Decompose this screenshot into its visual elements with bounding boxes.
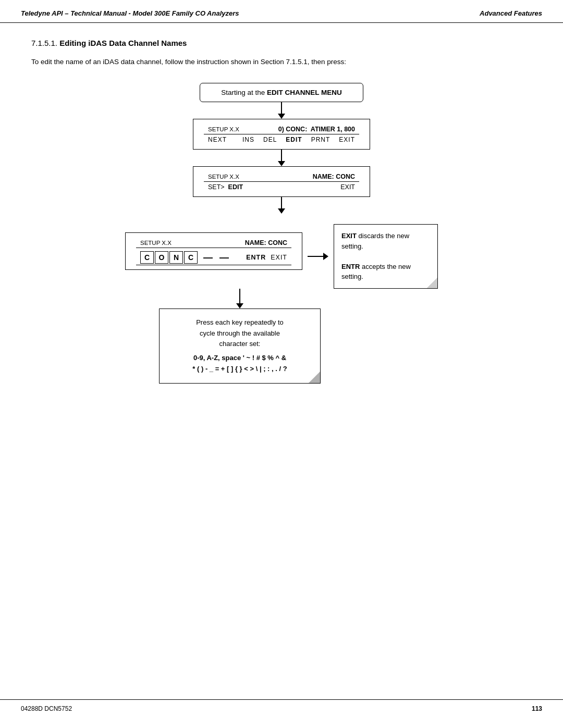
char-C2: C: [184, 251, 198, 264]
press-line1: Press each key repeatedly to: [170, 317, 310, 328]
box2-exit: EXIT: [340, 183, 355, 191]
footer-left: 04288D DCN5752: [21, 705, 72, 712]
section-title: Editing iDAS Data Channel Names: [59, 39, 187, 47]
box3-name: NAME: CONC: [245, 239, 287, 246]
box1-edit: EDIT: [286, 136, 302, 143]
box1-bottom-row: NEXT INS DEL EDIT PRNT EXIT: [204, 134, 359, 145]
bottom-box-dog-ear-icon: [309, 372, 320, 383]
arrow-right: [308, 253, 328, 260]
box3-row: SETUP X.X NAME: CONC C O N C — — ENTR EX…: [31, 214, 532, 289]
char-end-btns: ENTR EXIT: [237, 254, 287, 261]
header-section: Advanced Features: [480, 9, 542, 17]
arrow-2: [278, 150, 285, 166]
box2-top-row: SETUP X.X NAME: CONC: [204, 171, 359, 182]
char-N: N: [169, 251, 183, 264]
arrow-1: [278, 102, 285, 119]
char-O: O: [155, 251, 168, 264]
box2-setup: SETUP X.X: [208, 174, 239, 180]
section-number: 7.1.5.1.: [31, 39, 57, 47]
menu-box-3: SETUP X.X NAME: CONC C O N C — — ENTR EX…: [125, 232, 302, 270]
page-footer: 04288D DCN5752 113: [0, 699, 563, 718]
press-line3: character set:: [170, 339, 310, 350]
box1-prnt: PRNT: [311, 136, 331, 143]
press-line4: 0-9, A-Z, space ' ~ ! # $ % ^ &: [170, 353, 310, 364]
arrow-3: [278, 197, 285, 214]
char-dash1: —: [201, 252, 213, 263]
menu-box-2: SETUP X.X NAME: CONC SET> EDIT EXIT: [193, 166, 370, 197]
page-header: Teledyne API – Technical Manual - Model …: [0, 0, 563, 23]
box3-top-row: SETUP X.X NAME: CONC: [136, 237, 291, 248]
box1-exit: EXIT: [339, 136, 355, 143]
box1-del: DEL: [263, 136, 277, 143]
exit-note: EXIT discards the new setting.: [341, 231, 430, 251]
box3-char-row: C O N C — — ENTR EXIT: [136, 248, 291, 265]
right-note-box: EXIT discards the new setting. ENTR acce…: [334, 224, 438, 289]
press-key-box: Press each key repeatedly to cycle throu…: [159, 309, 321, 384]
menu-box-1: SETUP X.X 0) CONC: ATIMER 1, 800 NEXT IN…: [193, 119, 370, 150]
press-line5: * ( ) - _ = + [ ] { } < > \ | ; : , . / …: [170, 364, 310, 375]
box3-setup: SETUP X.X: [140, 240, 172, 246]
box1-next: NEXT: [208, 136, 227, 143]
arrow-4: [236, 289, 243, 309]
entr-note: ENTR accepts the new setting.: [341, 262, 430, 282]
start-box: Starting at the EDIT CHANNEL MENU: [200, 83, 363, 102]
header-title: Teledyne API – Technical Manual - Model …: [21, 9, 239, 17]
box1-setup: SETUP X.X: [208, 126, 239, 132]
section-heading: 7.1.5.1. Editing iDAS Data Channel Names: [31, 39, 532, 47]
char-C1: C: [140, 251, 154, 264]
box1-ins: INS: [236, 136, 254, 143]
main-content: 7.1.5.1. Editing iDAS Data Channel Names…: [0, 23, 563, 415]
box2-set-edit: SET> EDIT: [208, 183, 243, 191]
footer-right: 113: [532, 705, 542, 712]
box2-name: NAME: CONC: [313, 173, 355, 180]
char-dash2: —: [217, 252, 229, 263]
dog-ear-icon: [427, 278, 437, 288]
press-line2: cycle through the available: [170, 328, 310, 339]
box2-bottom-row: SET> EDIT EXIT: [204, 182, 359, 192]
box1-value: 0) CONC: ATIMER 1, 800: [278, 126, 355, 133]
intro-paragraph: To edit the name of an iDAS data channel…: [31, 57, 532, 67]
flowchart: Starting at the EDIT CHANNEL MENU SETUP …: [31, 83, 532, 383]
box1-top-row: SETUP X.X 0) CONC: ATIMER 1, 800: [204, 124, 359, 134]
